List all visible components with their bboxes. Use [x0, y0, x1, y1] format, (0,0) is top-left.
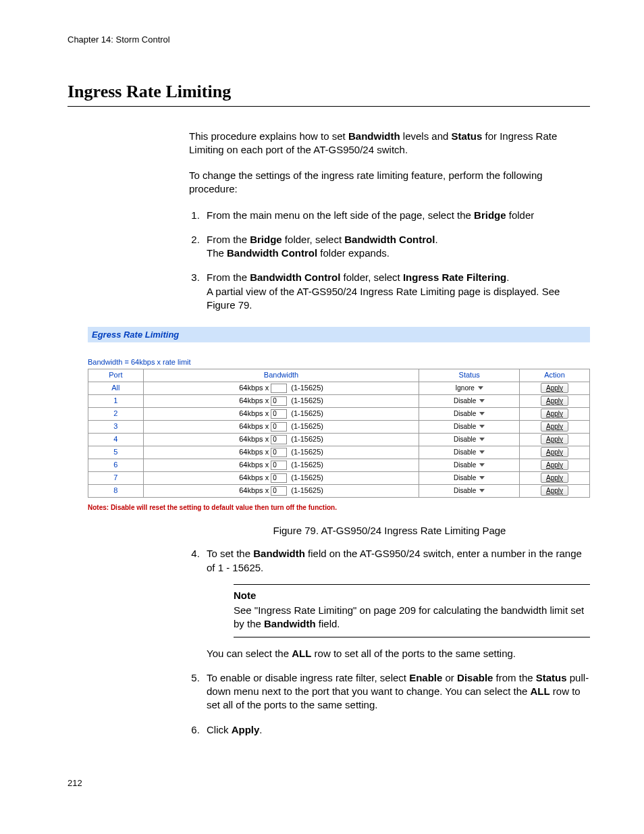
bandwidth-cell: 64kbps x (1-15625)	[143, 382, 419, 394]
chevron-down-icon	[479, 450, 485, 454]
rate-table: Port Bandwidth Status Action All64kbps x…	[88, 369, 590, 498]
col-status: Status	[419, 369, 520, 382]
status-select[interactable]: Disable	[454, 461, 485, 470]
port-cell: 5	[88, 446, 144, 459]
bandwidth-input[interactable]: 0	[271, 473, 287, 483]
status-cell: Disable	[419, 420, 520, 433]
bandwidth-input[interactable]: 0	[271, 461, 287, 470]
apply-button[interactable]: Apply	[541, 409, 568, 419]
apply-button[interactable]: Apply	[541, 421, 568, 432]
bandwidth-range: (1-15625)	[291, 421, 323, 432]
status-select[interactable]: Disable	[454, 435, 485, 444]
bandwidth-input[interactable]: 0	[271, 448, 287, 457]
status-cell: Disable	[419, 407, 520, 420]
figure-caption: Figure 79. AT-GS950/24 Ingress Rate Limi…	[189, 524, 590, 538]
step-6: Click Apply.	[203, 723, 590, 737]
chevron-down-icon	[479, 489, 485, 492]
apply-button[interactable]: Apply	[541, 460, 568, 471]
col-bandwidth: Bandwidth	[143, 369, 419, 382]
chevron-down-icon	[479, 412, 485, 415]
lead-in: To change the settings of the ingress ra…	[189, 169, 590, 197]
apply-button[interactable]: Apply	[541, 486, 568, 496]
action-cell: Apply	[519, 394, 589, 407]
col-port: Port	[88, 369, 144, 382]
note-heading: Note	[234, 589, 590, 602]
chevron-down-icon	[479, 438, 485, 441]
status-select[interactable]: Disable	[454, 486, 485, 496]
bandwidth-formula: Bandwidth = 64kbps x rate limit	[88, 357, 590, 367]
bandwidth-cell: 64kbps x 0(1-15625)	[143, 459, 419, 471]
bandwidth-range: (1-15625)	[291, 383, 323, 393]
status-select[interactable]: Disable	[454, 473, 485, 483]
status-cell: Disable	[419, 433, 520, 446]
bandwidth-cell: 64kbps x 0(1-15625)	[143, 420, 419, 433]
bandwidth-cell: 64kbps x 0(1-15625)	[143, 394, 419, 407]
note-body: See "Ingress Rate Limiting" on page 209 …	[234, 604, 590, 631]
port-cell: 3	[88, 420, 144, 433]
bandwidth-range: (1-15625)	[291, 460, 323, 470]
action-cell: Apply	[519, 446, 589, 459]
table-row: 164kbps x 0(1-15625)DisableApply	[88, 394, 590, 407]
table-row: 864kbps x 0(1-15625)DisableApply	[88, 484, 590, 497]
figure-79: Egress Rate Limiting Bandwidth = 64kbps …	[68, 327, 590, 512]
bandwidth-prefix: 64kbps x	[239, 447, 269, 457]
status-select[interactable]: Disable	[454, 422, 485, 432]
table-row: 564kbps x 0(1-15625)DisableApply	[88, 446, 590, 459]
bandwidth-input[interactable]: 0	[271, 396, 287, 406]
panel-title: Egress Rate Limiting	[92, 330, 179, 340]
apply-button[interactable]: Apply	[541, 434, 568, 445]
status-select[interactable]: Disable	[454, 409, 485, 419]
body-content: This procedure explains how to set Bandw…	[189, 130, 590, 313]
bandwidth-range: (1-15625)	[291, 486, 323, 496]
apply-button[interactable]: Apply	[541, 396, 568, 407]
status-cell: Disable	[419, 394, 520, 407]
chevron-down-icon	[479, 399, 485, 402]
table-row: 664kbps x 0(1-15625)DisableApply	[88, 459, 590, 471]
bandwidth-range: (1-15625)	[291, 396, 323, 406]
port-cell: 6	[88, 459, 144, 471]
panel-header: Egress Rate Limiting	[88, 327, 590, 342]
chevron-down-icon	[479, 476, 485, 479]
bandwidth-input[interactable]	[271, 384, 287, 393]
bandwidth-cell: 64kbps x 0(1-15625)	[143, 484, 419, 497]
bandwidth-cell: 64kbps x 0(1-15625)	[143, 433, 419, 446]
port-cell: All	[88, 382, 144, 394]
chapter-label: Chapter 14: Storm Control	[68, 34, 590, 46]
page-number: 212	[68, 777, 590, 789]
step-1: From the main menu on the left side of t…	[203, 209, 590, 222]
chevron-down-icon	[478, 386, 483, 390]
port-cell: 4	[88, 433, 144, 446]
bandwidth-range: (1-15625)	[291, 434, 323, 444]
bandwidth-prefix: 64kbps x	[239, 421, 269, 432]
bandwidth-range: (1-15625)	[291, 473, 323, 483]
bandwidth-prefix: 64kbps x	[239, 409, 269, 419]
apply-button[interactable]: Apply	[541, 447, 568, 458]
action-cell: Apply	[519, 471, 589, 484]
status-cell: Disable	[419, 446, 520, 459]
status-select[interactable]: Ignore	[455, 384, 483, 393]
bandwidth-cell: 64kbps x 0(1-15625)	[143, 446, 419, 459]
apply-button[interactable]: Apply	[541, 383, 568, 394]
table-row: 464kbps x 0(1-15625)DisableApply	[88, 433, 590, 446]
procedure-list: From the main menu on the left side of t…	[189, 209, 590, 313]
port-cell: 8	[88, 484, 144, 497]
bandwidth-prefix: 64kbps x	[239, 460, 269, 470]
bandwidth-input[interactable]: 0	[271, 422, 287, 432]
port-cell: 7	[88, 471, 144, 484]
status-select[interactable]: Disable	[454, 396, 485, 406]
table-row: 364kbps x 0(1-15625)DisableApply	[88, 420, 590, 433]
status-cell: Disable	[419, 459, 520, 471]
status-select[interactable]: Disable	[454, 448, 485, 457]
bandwidth-prefix: 64kbps x	[239, 473, 269, 483]
procedure-list-cont: To set the Bandwidth field on the AT-GS9…	[189, 547, 590, 737]
bandwidth-input[interactable]: 0	[271, 409, 287, 419]
apply-button[interactable]: Apply	[541, 473, 568, 484]
bandwidth-cell: 64kbps x 0(1-15625)	[143, 407, 419, 420]
step-5: To enable or disable ingress rate filter…	[203, 671, 590, 712]
bandwidth-prefix: 64kbps x	[239, 486, 269, 496]
step-2: From the Bridge folder, select Bandwidth…	[203, 233, 590, 261]
bandwidth-range: (1-15625)	[291, 409, 323, 419]
bandwidth-input[interactable]: 0	[271, 486, 287, 496]
bandwidth-cell: 64kbps x 0(1-15625)	[143, 471, 419, 484]
bandwidth-input[interactable]: 0	[271, 435, 287, 444]
